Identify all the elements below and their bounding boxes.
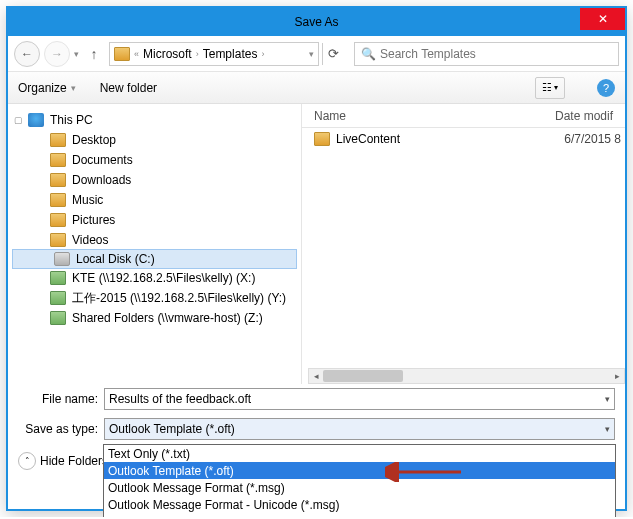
column-date[interactable]: Date modif <box>555 109 625 123</box>
tree-label: This PC <box>50 113 93 127</box>
tree-item[interactable]: KTE (\\192.168.2.5\Files\kelly) (X:) <box>8 268 301 288</box>
chevron-right-icon: › <box>261 49 264 59</box>
tree-item[interactable]: Desktop <box>8 130 301 150</box>
folder-icon <box>314 132 330 146</box>
breadcrumb-part[interactable]: Microsoft <box>143 47 192 61</box>
tree-item[interactable]: Shared Folders (\\vmware-host) (Z:) <box>8 308 301 328</box>
list-header: Name Date modif <box>302 104 625 128</box>
breadcrumb-dropdown-icon[interactable]: ▾ <box>309 49 314 59</box>
breadcrumb[interactable]: « Microsoft › Templates › ▾ <box>109 42 319 66</box>
tree-label: Downloads <box>72 173 131 187</box>
back-button[interactable]: ← <box>14 41 40 67</box>
tree-item[interactable]: Pictures <box>8 210 301 230</box>
list-item[interactable]: LiveContent 6/7/2015 8 <box>302 128 625 150</box>
collapse-icon[interactable]: ▢ <box>14 115 23 125</box>
saveastype-dropdown: Text Only (*.txt) Outlook Template (*.of… <box>103 444 616 517</box>
type-option-highlighted[interactable]: Outlook Template (*.oft) <box>104 462 615 479</box>
folder-icon <box>50 133 66 147</box>
scroll-thumb[interactable] <box>323 370 403 382</box>
saveastype-row: Save as type: Outlook Template (*.oft) ▾ <box>8 414 625 444</box>
network-drive-icon <box>50 311 66 325</box>
filename-field[interactable]: ▾ <box>104 388 615 410</box>
tree-label: Documents <box>72 153 133 167</box>
tree-label: KTE (\\192.168.2.5\Files\kelly) (X:) <box>72 271 255 285</box>
tree-label: Music <box>72 193 103 207</box>
tree-item[interactable]: 工作-2015 (\\192.168.2.5\Files\kelly) (Y:) <box>8 288 301 308</box>
close-button[interactable]: ✕ <box>580 8 625 30</box>
folder-icon <box>50 173 66 187</box>
help-button[interactable]: ? <box>597 79 615 97</box>
filename-row: File name: ▾ <box>8 384 625 414</box>
type-option[interactable]: Outlook Message Format - Unicode (*.msg) <box>104 496 615 513</box>
up-button[interactable]: ↑ <box>83 43 105 65</box>
tree-label: Desktop <box>72 133 116 147</box>
dropdown-icon[interactable]: ▾ <box>605 394 610 404</box>
folder-icon <box>114 47 130 61</box>
view-button[interactable]: ☷ ▾ <box>535 77 565 99</box>
filename-label: File name: <box>18 392 104 406</box>
drive-icon <box>54 252 70 266</box>
tree-item[interactable]: Documents <box>8 150 301 170</box>
tree-item[interactable]: Music <box>8 190 301 210</box>
body: ▢ This PC Desktop Documents Downloads Mu… <box>8 104 625 384</box>
annotation-arrow <box>385 462 465 482</box>
hide-folders-label: Hide Folders <box>40 454 108 468</box>
tree-item-selected[interactable]: Local Disk (C:) <box>12 249 297 269</box>
horizontal-scrollbar[interactable]: ◂ ▸ <box>308 368 625 384</box>
type-option[interactable]: Outlook Message Format (*.msg) <box>104 479 615 496</box>
chevron-up-icon: ˄ <box>18 452 36 470</box>
hide-folders-button[interactable]: ˄ Hide Folders <box>18 452 108 470</box>
new-folder-button[interactable]: New folder <box>100 81 157 95</box>
save-as-dialog: Save As ✕ ← → ▾ ↑ « Microsoft › Template… <box>6 6 627 511</box>
tree-label: Local Disk (C:) <box>76 252 155 266</box>
tree-item[interactable]: Downloads <box>8 170 301 190</box>
recent-dropdown-icon[interactable]: ▾ <box>74 49 79 59</box>
refresh-button[interactable]: ⟳ <box>322 43 344 65</box>
file-date: 6/7/2015 8 <box>555 132 625 146</box>
tree-label: 工作-2015 (\\192.168.2.5\Files\kelly) (Y:) <box>72 290 286 307</box>
pc-icon <box>28 113 44 127</box>
chevron-right-icon: › <box>196 49 199 59</box>
search-icon: 🔍 <box>361 47 376 61</box>
column-name[interactable]: Name <box>302 109 555 123</box>
dropdown-icon[interactable]: ▾ <box>605 424 610 434</box>
file-list: Name Date modif LiveContent 6/7/2015 8 ◂… <box>302 104 625 384</box>
file-name: LiveContent <box>336 132 549 146</box>
titlebar: Save As ✕ <box>8 8 625 36</box>
organize-button[interactable]: Organize <box>18 81 67 95</box>
dropdown-icon[interactable]: ▾ <box>71 83 76 93</box>
saveastype-label: Save as type: <box>18 422 104 436</box>
folder-icon <box>50 153 66 167</box>
search-box[interactable]: 🔍 <box>354 42 619 66</box>
tree-label: Videos <box>72 233 108 247</box>
forward-button[interactable]: → <box>44 41 70 67</box>
search-input[interactable] <box>380 47 612 61</box>
scroll-right-icon[interactable]: ▸ <box>610 371 624 381</box>
network-drive-icon <box>50 271 66 285</box>
chevron-left-icon: « <box>134 49 139 59</box>
filename-input[interactable] <box>109 392 605 406</box>
nav-row: ← → ▾ ↑ « Microsoft › Templates › ▾ ⟳ 🔍 <box>8 36 625 72</box>
window-title: Save As <box>294 15 338 29</box>
breadcrumb-part[interactable]: Templates <box>203 47 258 61</box>
tree-label: Shared Folders (\\vmware-host) (Z:) <box>72 311 263 325</box>
tree-item-this-pc[interactable]: ▢ This PC <box>8 110 301 130</box>
toolbar: Organize ▾ New folder ☷ ▾ ? <box>8 72 625 104</box>
type-option[interactable]: Text Only (*.txt) <box>104 445 615 462</box>
tree-label: Pictures <box>72 213 115 227</box>
folder-icon <box>50 233 66 247</box>
folder-icon <box>50 213 66 227</box>
saveastype-field[interactable]: Outlook Template (*.oft) ▾ <box>104 418 615 440</box>
folder-icon <box>50 193 66 207</box>
scroll-left-icon[interactable]: ◂ <box>309 371 323 381</box>
tree-item[interactable]: Videos <box>8 230 301 250</box>
nav-tree: ▢ This PC Desktop Documents Downloads Mu… <box>8 104 302 384</box>
network-drive-icon <box>50 291 66 305</box>
saveastype-value: Outlook Template (*.oft) <box>109 422 605 436</box>
type-option[interactable]: HTML (*.htm;*.html) <box>104 513 615 517</box>
